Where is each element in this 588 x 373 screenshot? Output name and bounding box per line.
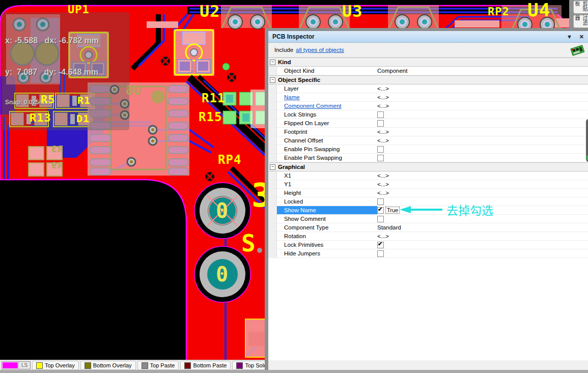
- property-label-link[interactable]: Component Comment: [277, 103, 377, 109]
- row-rotation[interactable]: Rotation<...>: [268, 232, 588, 241]
- include-scope-link[interactable]: all types of objects: [296, 47, 344, 53]
- row-name[interactable]: Name<...>: [268, 93, 588, 102]
- collapse-icon[interactable]: −: [270, 164, 275, 170]
- row-gutter: [268, 215, 277, 223]
- property-label: Enable Part Swapping: [277, 155, 377, 161]
- show-name-value[interactable]: True: [385, 207, 400, 214]
- row-gutter: [268, 110, 277, 119]
- row-height[interactable]: Height<...>: [268, 189, 588, 197]
- silkscreen-s-glyph: S: [241, 232, 256, 255]
- panel-title: PCB Inspector: [272, 33, 315, 40]
- row-gutter: [268, 249, 277, 257]
- checkbox[interactable]: [377, 198, 384, 205]
- hud-snap: Snap: 0.025mm: [5, 99, 126, 107]
- designator-r3-mirrored: R3: [51, 145, 63, 154]
- layer-tab-label: Bottom Overlay: [93, 362, 132, 368]
- section-object-specific[interactable]: −Object Specific: [268, 75, 588, 84]
- designator-r1: R1: [77, 95, 91, 105]
- side-tab-filter[interactable]: 过滤器: [573, 15, 588, 28]
- section-label: Object Specific: [278, 77, 320, 83]
- row-component-comment[interactable]: Component Comment<...>: [268, 102, 588, 110]
- row-x1[interactable]: X1<...>: [268, 171, 588, 180]
- row-enable-pin-swapping[interactable]: Enable Pin Swapping: [268, 145, 588, 154]
- window-bottom-edge: [0, 370, 588, 373]
- property-value[interactable]: <...>: [377, 85, 588, 92]
- layer-color-swatch: [85, 362, 91, 369]
- hole-label-bottom: 0: [216, 264, 229, 284]
- property-label: Lock Strings: [277, 111, 377, 118]
- show-name-checkbox[interactable]: [377, 207, 384, 214]
- current-layer-swatch: [3, 362, 18, 368]
- checkbox[interactable]: [377, 111, 384, 118]
- layer-tab-label: Top Paste: [150, 362, 175, 368]
- row-gutter: [268, 145, 277, 153]
- property-label: Y1: [277, 181, 377, 187]
- row-hide-jumpers[interactable]: Hide Jumpers: [268, 249, 588, 258]
- row-layer[interactable]: Layer<...>: [268, 84, 588, 93]
- layer-tabs-bar: LS Top Overlay Bottom Overlay Top Paste …: [0, 360, 287, 370]
- property-label: Channel Offset: [277, 137, 377, 144]
- checkbox[interactable]: [377, 250, 384, 257]
- property-value[interactable]: <...>: [377, 103, 588, 109]
- property-value[interactable]: <...>: [377, 94, 588, 100]
- property-label: Locked: [277, 198, 377, 205]
- layer-tab-top-paste[interactable]: Top Paste: [137, 361, 179, 370]
- row-footprint[interactable]: Footprint<...>: [268, 128, 588, 136]
- row-component-type[interactable]: Component TypeStandard: [268, 223, 588, 232]
- checkbox[interactable]: [377, 120, 384, 127]
- hud-y: y: 7.087 dy: -4.648 mm: [5, 67, 126, 78]
- row-gutter: [268, 232, 277, 240]
- layer-tab-top-overlay[interactable]: Top Overlay: [32, 361, 79, 370]
- row-gutter: [268, 128, 277, 136]
- current-layer-control[interactable]: LS: [2, 361, 31, 369]
- row-gutter: [268, 136, 277, 145]
- checkbox[interactable]: [377, 146, 384, 153]
- checkbox[interactable]: [377, 216, 384, 222]
- designator-u3: U3: [342, 3, 363, 19]
- row-lock-primitives[interactable]: Lock Primitives: [268, 241, 588, 249]
- layer-tab-label: Bottom Paste: [193, 362, 227, 368]
- row-channel-offset[interactable]: Channel Offset<...>: [268, 136, 588, 145]
- property-value[interactable]: <...>: [377, 181, 588, 187]
- property-value[interactable]: <...>: [377, 173, 588, 179]
- property-label: Height: [277, 190, 377, 196]
- designator-r15: R15: [199, 111, 222, 123]
- row-enable-part-swapping[interactable]: Enable Part Swapping: [268, 154, 588, 162]
- property-value[interactable]: <...>: [377, 190, 588, 196]
- panel-header[interactable]: PCB Inspector ▼ ✕: [268, 31, 588, 43]
- row-object-kind[interactable]: Object KindComponent: [268, 67, 588, 75]
- designator-r9-mirrored: R9: [51, 161, 63, 170]
- property-value[interactable]: Standard: [377, 224, 588, 231]
- collapse-icon[interactable]: −: [270, 77, 275, 83]
- property-label-link[interactable]: Name: [277, 94, 377, 100]
- current-layer-label: LS: [18, 362, 30, 369]
- row-gutter: [268, 93, 277, 101]
- designator-up1: UP1: [68, 4, 90, 15]
- property-value[interactable]: <...>: [377, 137, 588, 144]
- section-kind[interactable]: −Kind: [268, 58, 588, 67]
- property-value[interactable]: Component: [377, 68, 588, 74]
- property-label: Lock Primitives: [277, 242, 377, 248]
- side-tab-clipboard[interactable]: 剪贴板: [573, 1, 588, 14]
- panel-close-icon[interactable]: ✕: [579, 34, 584, 40]
- layer-tab-bottom-paste[interactable]: Bottom Paste: [180, 361, 231, 370]
- row-lock-strings[interactable]: Lock Strings: [268, 110, 588, 119]
- scrollbar-thumb[interactable]: [586, 119, 588, 162]
- row-flipped-on-layer[interactable]: Flipped On Layer: [268, 119, 588, 128]
- layer-tab-bottom-overlay[interactable]: Bottom Overlay: [80, 361, 136, 370]
- property-value[interactable]: <...>: [377, 129, 588, 135]
- panel-menu-icon[interactable]: ▼: [567, 34, 572, 40]
- annotation-arrow-icon: [400, 206, 443, 214]
- section-graphical[interactable]: −Graphical: [268, 162, 588, 171]
- property-label: Show Name: [277, 206, 377, 214]
- include-row: Include all types of objects: [268, 43, 588, 58]
- checkbox[interactable]: [377, 155, 384, 161]
- layer-color-swatch: [184, 362, 191, 369]
- designator-d1: D1: [76, 113, 90, 124]
- checkbox[interactable]: [377, 242, 384, 248]
- row-gutter: [268, 241, 277, 249]
- collapse-icon[interactable]: −: [270, 60, 275, 65]
- property-label: Component Type: [277, 224, 377, 231]
- property-value[interactable]: <...>: [377, 233, 588, 239]
- row-y1[interactable]: Y1<...>: [268, 180, 588, 189]
